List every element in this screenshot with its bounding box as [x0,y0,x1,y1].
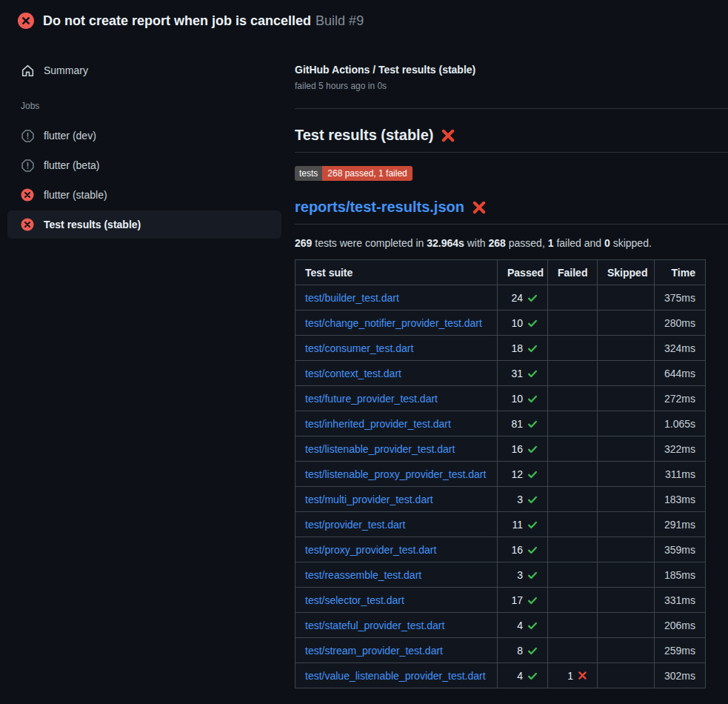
sidebar-item-job-3[interactable]: Test results (stable) [7,210,281,239]
failed-cell: 1 [548,663,598,688]
passed-cell: 10 [498,311,548,336]
suite-link[interactable]: test/provider_test.dart [305,519,405,531]
table-row: test/builder_test.dart24375ms [295,285,706,311]
breadcrumb: GitHub Actions / Test results (stable) [295,64,728,76]
suite-cell: test/multi_provider_test.dart [295,487,498,512]
suite-link[interactable]: test/listenable_proxy_provider_test.dart [305,468,486,480]
check-icon [527,620,538,631]
time-cell: 324ms [655,336,706,361]
time-cell: 375ms [655,285,706,311]
suite-link[interactable]: test/builder_test.dart [305,292,399,304]
section-heading: Test results (stable) [295,127,728,153]
time-cell: 644ms [655,361,706,386]
jobs-list: flutter (dev)flutter (beta)flutter (stab… [7,122,281,239]
table-row: test/selector_test.dart17331ms [295,588,706,613]
sidebar-item-summary[interactable]: Summary [7,56,281,84]
skipped-cell [598,512,655,537]
table-row: test/proxy_provider_test.dart16359ms [295,537,706,562]
suite-link[interactable]: test/stream_provider_test.dart [305,645,443,657]
sidebar-summary-label: Summary [44,64,88,76]
stop-icon [21,130,34,142]
failed-cell [548,638,598,663]
summary-number: 0 [604,237,610,249]
table-row: test/provider_test.dart11291ms [295,512,706,537]
suite-cell: test/builder_test.dart [295,285,498,311]
passed-cell: 12 [498,462,548,487]
skipped-cell [598,537,655,562]
check-icon [527,595,538,605]
sidebar-item-job-2[interactable]: flutter (stable) [7,181,281,209]
check-icon [527,570,538,580]
time-cell: 259ms [655,638,706,663]
sidebar-item-job-1[interactable]: flutter (beta) [7,151,281,179]
check-icon [527,343,538,353]
section-heading-label: Test results (stable) [295,127,433,144]
suite-link[interactable]: test/inherited_provider_test.dart [305,418,451,430]
suite-link[interactable]: test/selector_test.dart [305,594,404,606]
passed-cell: 18 [498,336,548,361]
suite-link[interactable]: test/value_listenable_provider_test.dart [305,670,486,682]
suite-link[interactable]: test/stateful_provider_test.dart [305,620,444,631]
passed-cell: 10 [498,386,548,411]
passed-cell: 31 [498,361,548,386]
table-row: test/listenable_provider_test.dart16322m… [295,436,706,462]
sidebar: Summary Jobs flutter (dev)flutter (beta)… [0,41,289,240]
suite-link[interactable]: test/proxy_provider_test.dart [305,544,436,556]
suite-link[interactable]: test/listenable_provider_test.dart [305,443,455,455]
sidebar-item-job-0[interactable]: flutter (dev) [7,122,281,150]
suite-cell: test/inherited_provider_test.dart [295,411,498,436]
passed-cell: 81 [498,411,548,436]
table-row: test/listenable_proxy_provider_test.dart… [295,462,706,487]
summary-text: tests were completed in [312,237,427,249]
passed-cell: 3 [498,487,548,512]
skipped-cell [598,638,655,663]
skipped-cell [598,462,655,487]
suite-link[interactable]: test/consumer_test.dart [305,342,413,354]
suite-link[interactable]: test/change_notifier_provider_test.dart [305,317,482,329]
passed-cell: 3 [498,562,548,588]
failed-cell [548,512,598,537]
table-header-row: Test suitePassedFailedSkippedTime [295,260,706,285]
table-row: test/inherited_provider_test.dart811.065… [295,411,706,436]
status-line: failed 5 hours ago in 0s [295,81,728,91]
table-row: test/change_notifier_provider_test.dart1… [295,311,706,336]
summary-text: failed and [554,237,605,249]
build-header: Do not create report when job is cancell… [0,0,728,41]
time-cell: 291ms [655,512,706,537]
home-icon [21,64,34,77]
suite-link[interactable]: test/reassemble_test.dart [305,569,421,581]
time-cell: 272ms [655,386,706,411]
suite-link[interactable]: test/future_provider_test.dart [305,393,438,405]
failed-cell [548,386,598,411]
column-header: Test suite [295,260,498,285]
suite-link[interactable]: test/multi_provider_test.dart [305,494,433,505]
main-content: GitHub Actions / Test results (stable) f… [289,41,728,688]
build-number: Build #9 [315,13,364,28]
passed-cell: 16 [498,537,548,562]
x-mark-icon [578,671,587,680]
table-row: test/future_provider_test.dart10272ms [295,386,706,411]
table-row: test/value_listenable_provider_test.dart… [295,663,706,688]
skipped-cell [598,588,655,613]
table-row: test/stateful_provider_test.dart4206ms [295,613,706,638]
passed-cell: 24 [498,285,548,311]
failed-cell [548,462,598,487]
suite-cell: test/stream_provider_test.dart [295,638,498,663]
failed-cell [548,311,598,336]
summary-text: with [464,237,489,249]
x-mark-icon [441,128,455,143]
suite-cell: test/context_test.dart [295,361,498,386]
check-icon [527,545,538,555]
suite-link[interactable]: test/context_test.dart [305,368,401,379]
skipped-cell [598,285,655,311]
failed-cell [548,361,598,386]
skipped-cell [598,663,655,688]
failed-cell [548,285,598,311]
page-title: Do not create report when job is cancell… [43,13,364,29]
column-header: Failed [548,260,598,285]
check-icon [527,368,538,379]
failed-cell [548,487,598,512]
report-link[interactable]: reports/test-results.json [295,199,464,216]
failed-cell [548,537,598,562]
report-heading: reports/test-results.json [295,199,728,225]
